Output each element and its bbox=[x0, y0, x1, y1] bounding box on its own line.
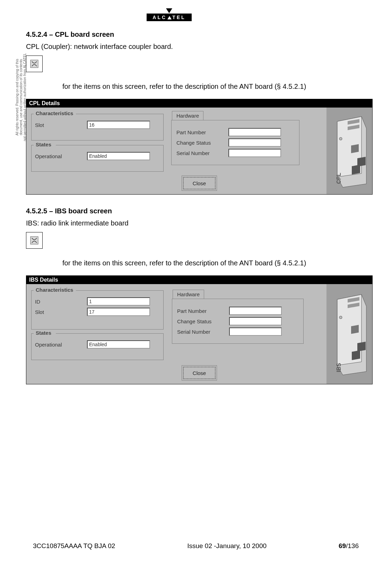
svg-point-3 bbox=[339, 137, 342, 140]
id-label: ID bbox=[35, 299, 87, 305]
footer-page: 69/136 bbox=[339, 542, 359, 550]
part-number-field bbox=[228, 128, 281, 136]
id-field: 1 bbox=[87, 297, 150, 306]
group-legend: Characteristics bbox=[34, 110, 75, 116]
close-button[interactable]: Close bbox=[183, 177, 216, 189]
serial-number-field bbox=[229, 327, 282, 336]
svg-rect-17 bbox=[352, 350, 360, 360]
copyright-line: document, use and communication of its c… bbox=[19, 52, 23, 142]
footer-issue: Issue 02 -January, 10 2000 bbox=[187, 542, 267, 550]
svg-rect-8 bbox=[352, 165, 360, 174]
cpl-reference-text: for the items on this screen, refer to t… bbox=[62, 83, 373, 91]
footer-page-current: 69 bbox=[339, 542, 346, 549]
copyright-side-note: All rights reserved. Passing on and copy… bbox=[15, 52, 27, 142]
close-button[interactable]: Close bbox=[183, 367, 216, 379]
hardware-tabpanel: Hardware Part Number Change Status Seria… bbox=[172, 299, 304, 344]
slot-label: Slot bbox=[35, 122, 87, 128]
main-content: 4.5.2.4 – CPL board screen CPL (Coupler)… bbox=[26, 31, 373, 397]
hardware-tabpanel: Hardware Part Number Change Status Seria… bbox=[171, 120, 299, 165]
operational-label: Operational bbox=[35, 342, 87, 348]
part-number-field bbox=[229, 307, 282, 315]
serial-number-field bbox=[228, 149, 281, 157]
serial-number-label: Serial Number bbox=[176, 150, 228, 156]
characteristics-group: Characteristics Slot 16 bbox=[31, 114, 164, 140]
group-legend: States bbox=[34, 330, 53, 336]
board-label: CPL bbox=[336, 173, 342, 184]
logo-text: ALCTEL bbox=[147, 14, 192, 21]
ibs-details-dialog: IBS Details Characteristics ID 1 Slot 17 bbox=[26, 275, 373, 384]
brand-logo: ALCTEL bbox=[147, 8, 192, 21]
svg-rect-6 bbox=[351, 144, 359, 153]
hardware-tab[interactable]: Hardware bbox=[172, 111, 203, 120]
part-number-label: Part Number bbox=[177, 308, 229, 314]
footer-page-total: /136 bbox=[346, 542, 359, 549]
board-illustration: IBS bbox=[326, 284, 372, 384]
section-heading-ibs: 4.5.2.5 – IBS board screen bbox=[26, 207, 373, 215]
section-heading-cpl: 4.5.2.4 – CPL board screen bbox=[26, 31, 373, 39]
operational-field: Enabled bbox=[87, 152, 150, 160]
section-desc-cpl: CPL (Coupler): network interface coupler… bbox=[26, 43, 373, 51]
document-page: ALCTEL All rights reserved. Passing on a… bbox=[0, 0, 392, 563]
svg-point-12 bbox=[339, 316, 342, 319]
slot-field: 17 bbox=[87, 308, 150, 316]
group-legend: Characteristics bbox=[34, 287, 75, 293]
footer-doc-ref: 3CC10875AAAA TQ BJA 02 bbox=[33, 542, 115, 550]
dialog-titlebar: IBS Details bbox=[26, 276, 372, 284]
logo-triangle-up-icon bbox=[167, 16, 172, 19]
svg-rect-9 bbox=[31, 237, 38, 244]
change-status-field bbox=[229, 317, 282, 325]
characteristics-group: Characteristics ID 1 Slot 17 bbox=[31, 290, 164, 330]
group-legend: States bbox=[34, 142, 53, 147]
states-group: States Operational Enabled bbox=[31, 145, 164, 172]
change-status-label: Change Status bbox=[176, 140, 228, 146]
page-footer: 3CC10875AAAA TQ BJA 02 Issue 02 -January… bbox=[33, 542, 359, 550]
hardware-tab[interactable]: Hardware bbox=[173, 290, 204, 299]
change-status-label: Change Status bbox=[177, 318, 229, 324]
operational-label: Operational bbox=[35, 153, 87, 159]
board-label: IBS bbox=[336, 363, 342, 372]
change-status-field bbox=[228, 138, 281, 147]
operational-field: Enabled bbox=[87, 340, 150, 349]
states-group: States Operational Enabled bbox=[31, 333, 164, 360]
logo-triangle-down-icon bbox=[166, 8, 172, 13]
board-illustration: CPL bbox=[326, 108, 372, 194]
part-number-label: Part Number bbox=[176, 129, 228, 135]
cpl-thumbnail-icon bbox=[26, 56, 43, 72]
serial-number-label: Serial Number bbox=[177, 329, 229, 335]
copyright-line: All rights reserved. Passing on and copy… bbox=[15, 52, 19, 142]
ibs-reference-text: for the items on this screen, refer to t… bbox=[62, 259, 373, 267]
slot-field: 16 bbox=[87, 121, 150, 129]
section-desc-ibs: IBS: radio link intermediate board bbox=[26, 219, 373, 227]
cpl-details-dialog: CPL Details Characteristics Slot 16 Stat… bbox=[26, 99, 373, 195]
ibs-thumbnail-icon bbox=[26, 232, 43, 249]
svg-rect-16 bbox=[357, 342, 366, 351]
svg-rect-0 bbox=[31, 60, 38, 68]
svg-rect-15 bbox=[351, 325, 359, 334]
slot-label: Slot bbox=[35, 309, 87, 315]
dialog-titlebar: CPL Details bbox=[26, 99, 372, 108]
